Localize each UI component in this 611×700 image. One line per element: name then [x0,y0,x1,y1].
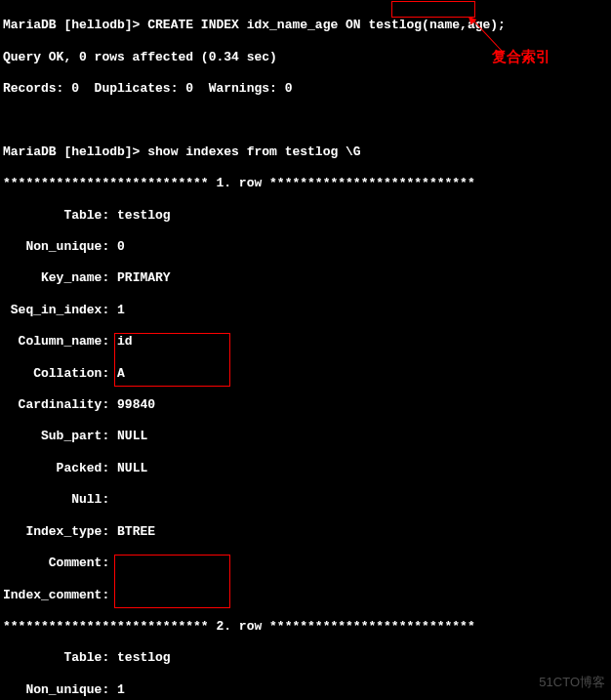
terminal: MariaDB [hellodb]> CREATE INDEX idx_name… [0,0,611,700]
field-Seq_in_index: Seq_in_index: 1 [3,303,608,318]
field-Index_type: Index_type: BTREE [3,524,608,540]
field-Null: Null: [3,492,608,508]
field-Packed: Packed: NULL [3,461,608,476]
sql-tail: ; [498,18,506,32]
blank-line [3,112,608,128]
sql-text: CREATE INDEX idx_name_age ON testlog [147,18,422,32]
prompt: MariaDB [hellodb]> [3,18,147,32]
field-Key_name: Key_name: PRIMARY [3,270,608,286]
field-Non_unique: Non_unique: 0 [3,239,608,255]
row-separator: *************************** 2. row *****… [3,619,608,635]
watermark: 51CTO博客 [539,675,605,690]
field-Index_comment: Index_comment: [3,588,608,603]
annotation-label: 复合索引 [492,49,550,64]
field-Cardinality: Cardinality: 99840 [3,397,608,413]
sql-text: show indexes from testlog \G [147,144,360,159]
prompt: MariaDB [hellodb]> [3,144,147,159]
cmd-line-1[interactable]: MariaDB [hellodb]> CREATE INDEX idx_name… [3,18,608,33]
field-Comment: Comment: [3,556,608,571]
field-Table: Table: testlog [3,208,608,224]
field-Column_name: Column_name: id [3,334,608,350]
result-line: Records: 0 Duplicates: 0 Warnings: 0 [3,81,608,97]
field-Non_unique: Non_unique: 1 [3,682,608,698]
field-Collation: Collation: A [3,366,608,382]
field-Sub_part: Sub_part: NULL [3,429,608,444]
cmd-line-2[interactable]: MariaDB [hellodb]> show indexes from tes… [3,144,608,160]
row-separator: *************************** 1. row *****… [3,176,608,191]
sql-args: (name,age) [422,18,498,32]
field-Table: Table: testlog [3,650,608,666]
